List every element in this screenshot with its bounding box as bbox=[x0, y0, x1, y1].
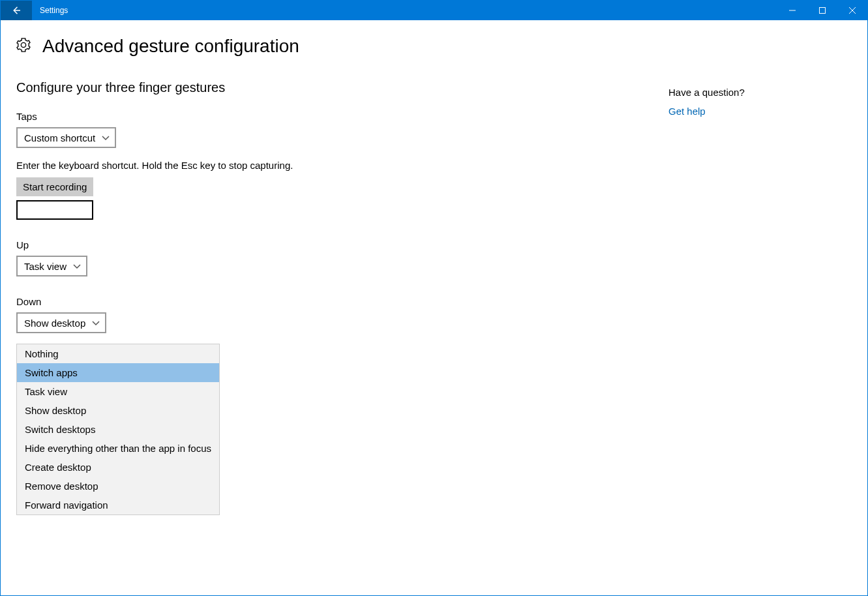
title-bar: Settings bbox=[1, 1, 867, 20]
help-heading: Have a question? bbox=[668, 87, 838, 98]
menu-item-create-desktop[interactable]: Create desktop bbox=[17, 458, 219, 477]
chevron-down-icon bbox=[92, 319, 100, 327]
maximize-button[interactable] bbox=[807, 1, 837, 20]
window-title: Settings bbox=[32, 1, 777, 20]
shortcut-hint: Enter the keyboard shortcut. Hold the Es… bbox=[16, 160, 668, 171]
help-sidebar: Have a question? Get help bbox=[668, 36, 838, 595]
down-combobox[interactable]: Show desktop bbox=[16, 312, 106, 333]
start-recording-button[interactable]: Start recording bbox=[16, 177, 93, 196]
taps-combobox-value: Custom shortcut bbox=[24, 132, 95, 143]
menu-item-task-view[interactable]: Task view bbox=[17, 382, 219, 401]
menu-item-switch-desktops[interactable]: Switch desktops bbox=[17, 420, 219, 439]
get-help-link[interactable]: Get help bbox=[668, 106, 706, 117]
close-button[interactable] bbox=[837, 1, 867, 20]
maximize-icon bbox=[819, 7, 826, 14]
minimize-button[interactable] bbox=[777, 1, 807, 20]
taps-combobox[interactable]: Custom shortcut bbox=[16, 127, 116, 148]
back-button[interactable] bbox=[1, 1, 32, 20]
page-header: Advanced gesture configuration bbox=[16, 36, 668, 57]
up-label: Up bbox=[16, 239, 668, 250]
page-title: Advanced gesture configuration bbox=[42, 36, 299, 57]
arrow-left-icon bbox=[10, 5, 22, 16]
down-field: Down Show desktop bbox=[16, 296, 668, 333]
menu-item-hide-everything[interactable]: Hide everything other than the app in fo… bbox=[17, 439, 219, 458]
window-controls bbox=[777, 1, 867, 20]
up-combobox-value: Task view bbox=[24, 261, 67, 272]
minimize-icon bbox=[789, 7, 796, 14]
menu-item-remove-desktop[interactable]: Remove desktop bbox=[17, 477, 219, 496]
section-heading: Configure your three finger gestures bbox=[16, 80, 668, 95]
menu-item-forward-navigation[interactable]: Forward navigation bbox=[17, 496, 219, 514]
up-field: Up Task view bbox=[16, 239, 668, 276]
left-dropdown-menu[interactable]: Nothing Switch apps Task view Show deskt… bbox=[16, 344, 220, 515]
svg-rect-1 bbox=[820, 8, 826, 14]
menu-item-switch-apps[interactable]: Switch apps bbox=[17, 363, 219, 382]
down-combobox-value: Show desktop bbox=[24, 318, 85, 329]
taps-field: Taps Custom shortcut Enter the keyboard … bbox=[16, 111, 668, 220]
shortcut-input[interactable] bbox=[16, 200, 93, 220]
chevron-down-icon bbox=[102, 134, 110, 142]
gear-icon bbox=[16, 38, 31, 55]
menu-item-nothing[interactable]: Nothing bbox=[17, 344, 219, 363]
menu-item-show-desktop[interactable]: Show desktop bbox=[17, 401, 219, 420]
taps-label: Taps bbox=[16, 111, 668, 122]
chevron-down-icon bbox=[73, 262, 81, 270]
down-label: Down bbox=[16, 296, 668, 307]
close-icon bbox=[849, 7, 856, 14]
up-combobox[interactable]: Task view bbox=[16, 256, 87, 276]
